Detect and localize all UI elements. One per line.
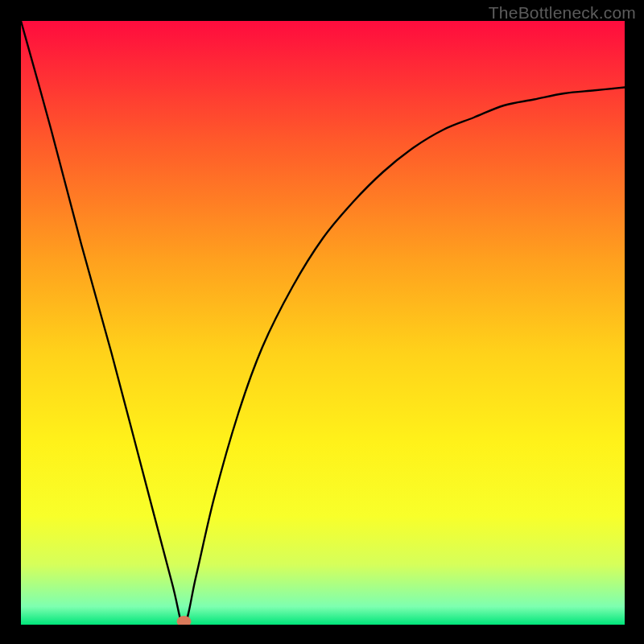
chart-frame: TheBottleneck.com: [0, 0, 644, 644]
bottleneck-chart: [21, 21, 625, 625]
watermark-text: TheBottleneck.com: [489, 3, 636, 23]
gradient-background: [21, 21, 625, 625]
